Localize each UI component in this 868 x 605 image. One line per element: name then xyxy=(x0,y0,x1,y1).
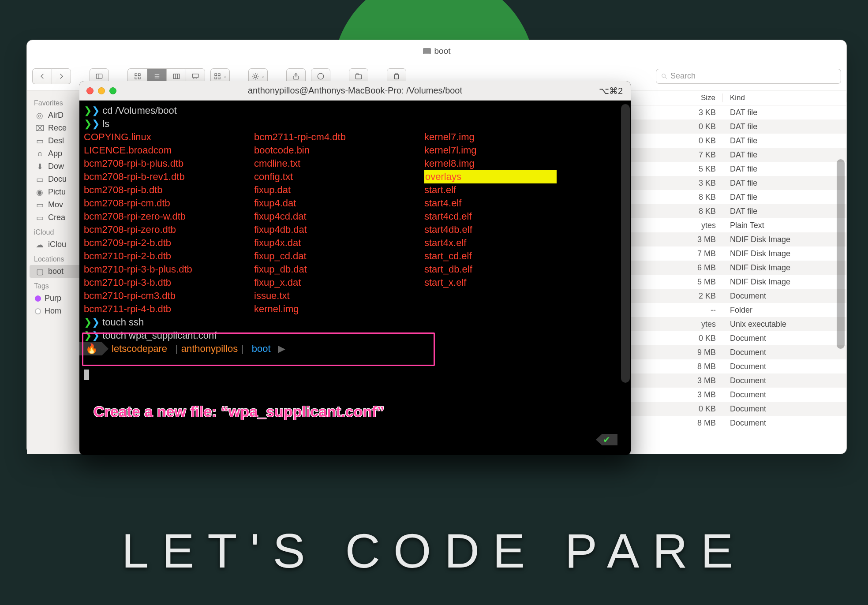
cell-kind: Document xyxy=(723,404,846,414)
cell-size: ytes xyxy=(657,320,723,329)
svg-rect-3 xyxy=(138,74,140,76)
ls-entry: bcm2708-rpi-b-rev1.dtb xyxy=(84,170,247,183)
sidebar-item-label: Crea xyxy=(48,213,65,222)
ls-entry: bcm2708-rpi-b-plus.dtb xyxy=(84,157,247,170)
cmd-touch-ssh: touch ssh xyxy=(102,317,144,328)
ls-entry: bootcode.bin xyxy=(254,144,417,157)
drive-icon: ▢ xyxy=(35,268,45,276)
sidebar-item-label: Dow xyxy=(48,162,64,171)
ls-entry: kernel.img xyxy=(254,302,417,316)
cell-size: 7 KB xyxy=(657,150,723,160)
ls-entry: bcm2708-rpi-zero.dtb xyxy=(84,223,247,236)
svg-rect-17 xyxy=(218,74,221,76)
sidebar-item-icon: ▭ xyxy=(35,137,45,145)
ls-entry: cmdline.txt xyxy=(254,157,417,170)
ls-entry: LICENCE.broadcom xyxy=(84,144,247,157)
finder-titlebar[interactable]: boot xyxy=(27,40,846,62)
svg-point-20 xyxy=(254,75,257,78)
sidebar-item-icon: ⩍ xyxy=(35,150,45,158)
cell-kind: DAT file xyxy=(723,193,846,202)
ls-entry: start.elf xyxy=(424,183,557,197)
ls-entry: start_x.elf xyxy=(424,276,557,289)
ls-entry: fixup_db.dat xyxy=(254,263,417,276)
search-input[interactable]: Search xyxy=(656,69,841,84)
ls-entry: bcm2710-rpi-3-b-plus.dtb xyxy=(84,263,247,276)
svg-rect-18 xyxy=(215,77,217,79)
cell-size: 2 KB xyxy=(657,291,723,301)
cell-kind: DAT file xyxy=(723,150,846,160)
ls-entry: bcm2710-rpi-cm3.dtb xyxy=(84,289,247,302)
cell-kind: Document xyxy=(723,291,846,301)
cell-size: 0 KB xyxy=(657,334,723,343)
cell-kind: DAT file xyxy=(723,179,846,188)
cell-size: 5 MB xyxy=(657,277,723,287)
cell-size: 0 KB xyxy=(657,404,723,414)
ls-entry: fixup4x.dat xyxy=(254,236,417,250)
annotation-text: Create a new file: “wpa_supplicant.conf” xyxy=(94,403,384,420)
svg-rect-16 xyxy=(215,74,217,76)
column-header-size[interactable]: Size xyxy=(657,93,723,102)
cloud-icon: ☁ xyxy=(35,241,45,249)
cell-kind: NDIF Disk Image xyxy=(723,249,846,258)
sidebar-item-label: Docu xyxy=(48,175,67,184)
cell-size: 8 KB xyxy=(657,193,723,202)
terminal-scrollbar[interactable] xyxy=(621,104,630,383)
cell-size: 8 KB xyxy=(657,207,723,216)
ls-entry: bcm2710-rpi-3-b.dtb xyxy=(84,276,247,289)
ls-entry: start_cd.elf xyxy=(424,250,557,263)
cell-kind: NDIF Disk Image xyxy=(723,263,846,273)
terminal-title: anthonypillos@Anthonys-MacBook-Pro: /Vol… xyxy=(79,86,631,96)
cell-kind: DAT file xyxy=(723,207,846,216)
sidebar-tag-label: Purp xyxy=(45,294,61,303)
column-header-kind[interactable]: Kind xyxy=(723,93,846,102)
cell-size: 0 KB xyxy=(657,122,723,131)
powerline-prompt: 🔥letscodepare|anthonypillos|boot ▶ xyxy=(79,342,626,355)
cell-size: 3 KB xyxy=(657,108,723,117)
cell-kind: Document xyxy=(723,390,846,400)
cell-size: 8 MB xyxy=(657,418,723,428)
cell-size: 6 MB xyxy=(657,263,723,273)
cell-size: 7 MB xyxy=(657,249,723,258)
svg-rect-12 xyxy=(192,74,198,77)
cell-size: 3 MB xyxy=(657,390,723,400)
cell-size: 3 MB xyxy=(657,376,723,385)
finder-scrollbar[interactable] xyxy=(837,159,845,349)
cell-size: 3 MB xyxy=(657,235,723,244)
svg-rect-9 xyxy=(173,74,180,78)
sidebar-item-icon: ⌧ xyxy=(35,124,45,132)
sidebar-item-icon: ◎ xyxy=(35,112,45,120)
finder-title: boot xyxy=(434,46,451,56)
ls-entry: fixup_cd.dat xyxy=(254,250,417,263)
sidebar-item-label: AirD xyxy=(48,111,64,120)
cell-kind: Plain Text xyxy=(723,221,846,230)
ls-entry: bcm2708-rpi-b.dtb xyxy=(84,183,247,197)
sidebar-item-icon: ▭ xyxy=(35,214,45,222)
svg-rect-0 xyxy=(96,74,102,78)
sidebar-item-icon: ◉ xyxy=(35,188,45,196)
ls-entry: issue.txt xyxy=(254,289,417,302)
search-icon xyxy=(661,73,668,80)
cell-kind: Unix executable xyxy=(723,320,846,329)
tag-dot-icon xyxy=(35,308,41,314)
cell-kind: Document xyxy=(723,362,846,371)
sidebar-item-icon: ▭ xyxy=(35,176,45,183)
tag-dot-icon xyxy=(35,295,41,302)
cmd-touch-wpa: touch wpa_supplicant.conf xyxy=(102,330,217,341)
back-button[interactable] xyxy=(32,68,52,84)
ls-entry: COPYING.linux xyxy=(84,131,247,144)
svg-line-26 xyxy=(665,77,667,79)
sidebar-item-icon: ⬇ xyxy=(35,163,45,171)
terminal-body[interactable]: ❯❯ cd /Volumes/boot ❯❯ ls COPYING.linuxL… xyxy=(79,101,631,455)
forward-button[interactable] xyxy=(52,68,71,84)
cell-size: ytes xyxy=(657,221,723,230)
cell-size: 8 MB xyxy=(657,362,723,371)
terminal-titlebar[interactable]: anthonypillos@Anthonys-MacBook-Pro: /Vol… xyxy=(79,81,631,101)
svg-rect-19 xyxy=(218,77,221,79)
cmd-ls: ls xyxy=(102,118,109,129)
ls-entry: start4.elf xyxy=(424,197,557,210)
sidebar-item-label: Pictu xyxy=(48,187,66,197)
ls-output: COPYING.linuxLICENCE.broadcombcm2708-rpi… xyxy=(84,131,626,316)
ls-entry: fixup4cd.dat xyxy=(254,210,417,223)
background-logo: LET'S CODE PARE xyxy=(122,523,746,579)
ls-entry: start_db.elf xyxy=(424,263,557,276)
